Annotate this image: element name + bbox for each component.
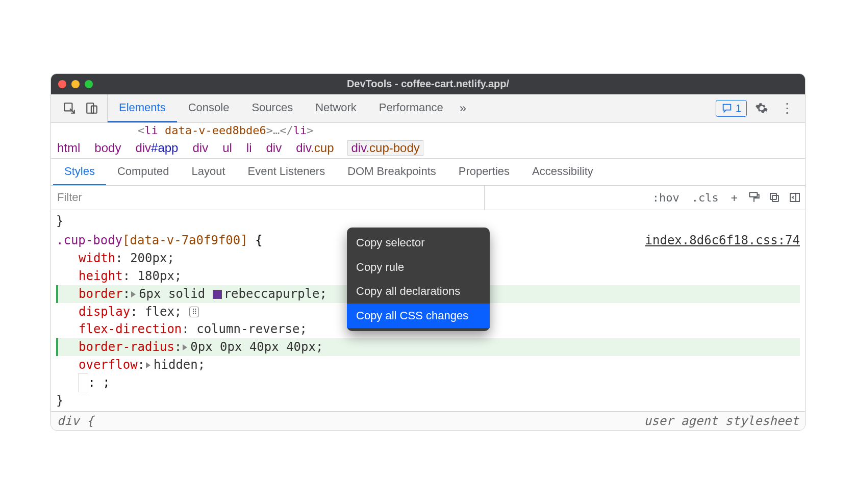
dom-ellipsis: …: [273, 124, 280, 137]
styles-subtabs: Styles Computed Layout Event Listeners D…: [51, 159, 805, 186]
main-toolbar: Elements Console Sources Network Perform…: [51, 94, 805, 123]
rule-source-link[interactable]: index.8d6c6f18.css:74: [645, 232, 800, 249]
flex-badge-icon[interactable]: ⠿: [189, 307, 199, 318]
copy-icon[interactable]: [764, 186, 785, 210]
issues-button[interactable]: 1: [716, 100, 747, 117]
context-menu: Copy selector Copy rule Copy all declara…: [347, 228, 490, 332]
subtab-layout[interactable]: Layout: [180, 159, 236, 185]
tab-network[interactable]: Network: [304, 94, 368, 122]
expand-icon[interactable]: [131, 291, 136, 297]
crumb-cup[interactable]: div.cup: [296, 141, 334, 155]
cm-copy-rule[interactable]: Copy rule: [347, 255, 490, 280]
decl-border-radius[interactable]: border-radius:0px 0px 40px 40px;: [56, 338, 800, 356]
styles-pane: } .cup-body[data-v-7a0f9f00] { index.8d6…: [51, 210, 805, 412]
device-toolbar-icon[interactable]: [82, 98, 102, 118]
expand-icon[interactable]: [146, 362, 150, 368]
subtab-event-listeners[interactable]: Event Listeners: [237, 159, 337, 185]
inspect-element-icon[interactable]: [59, 98, 80, 118]
crumb-app[interactable]: div#app: [135, 141, 178, 155]
settings-icon[interactable]: [751, 102, 772, 115]
rule-close-brace: }: [56, 392, 800, 410]
subtab-properties[interactable]: Properties: [447, 159, 521, 185]
svg-rect-3: [749, 192, 757, 197]
svg-rect-5: [770, 193, 776, 199]
styles-toolbar: :hov .cls +: [51, 186, 805, 210]
cm-copy-all-css-changes[interactable]: Copy all CSS changes: [347, 304, 490, 328]
devtools-window: DevTools - coffee-cart.netlify.app/ Elem…: [51, 73, 805, 431]
crumb-div[interactable]: div: [192, 141, 208, 155]
ua-selector[interactable]: div {: [57, 414, 94, 428]
tab-elements[interactable]: Elements: [108, 94, 177, 122]
crumb-li[interactable]: li: [246, 141, 252, 155]
crumb-html[interactable]: html: [57, 141, 80, 155]
new-style-rule-button[interactable]: +: [725, 186, 744, 210]
main-tabs: Elements Console Sources Network Perform…: [108, 94, 455, 122]
rule-selector[interactable]: .cup-body[data-v-7a0f9f00] {: [56, 232, 263, 249]
hov-toggle-button[interactable]: :hov: [646, 186, 686, 210]
issues-count: 1: [736, 103, 741, 114]
ua-label: user agent stylesheet: [644, 414, 799, 428]
subtab-styles[interactable]: Styles: [53, 159, 106, 185]
subtab-dom-breakpoints[interactable]: DOM Breakpoints: [336, 159, 447, 185]
tab-sources[interactable]: Sources: [240, 94, 304, 122]
new-declaration-input[interactable]: : ;: [56, 374, 800, 392]
svg-rect-2: [91, 106, 97, 113]
subtab-accessibility[interactable]: Accessibility: [521, 159, 605, 185]
toggle-sidebar-icon[interactable]: [785, 186, 805, 210]
cm-copy-selector[interactable]: Copy selector: [347, 231, 490, 255]
svg-rect-4: [772, 195, 778, 201]
dom-tree-snippet[interactable]: <li data-v-eed8bde6>…</li>: [51, 123, 805, 138]
subtab-computed[interactable]: Computed: [106, 159, 181, 185]
crumb-body[interactable]: body: [94, 141, 121, 155]
expand-icon[interactable]: [183, 344, 187, 350]
kebab-menu-icon[interactable]: ⋮: [776, 100, 798, 116]
more-tabs-chevron-icon[interactable]: »: [455, 101, 471, 115]
crumb-ul[interactable]: ul: [222, 141, 232, 155]
svg-rect-1: [87, 103, 93, 113]
user-agent-stylesheet-rule: div { user agent stylesheet: [51, 411, 805, 430]
titlebar: DevTools - coffee-cart.netlify.app/: [51, 74, 805, 94]
decl-overflow[interactable]: overflow:hidden;: [56, 356, 800, 374]
color-swatch-icon[interactable]: [213, 290, 222, 299]
crumb-div2[interactable]: div: [266, 141, 282, 155]
cls-toggle-button[interactable]: .cls: [686, 186, 725, 210]
dom-breadcrumbs: html body div#app div ul li div div.cup …: [51, 138, 805, 159]
tab-console[interactable]: Console: [177, 94, 241, 122]
tab-performance[interactable]: Performance: [368, 94, 455, 122]
cm-copy-all-declarations[interactable]: Copy all declarations: [347, 279, 490, 304]
paint-icon[interactable]: [744, 186, 764, 210]
crumb-cup-body[interactable]: div.cup-body: [348, 141, 422, 155]
styles-filter-input[interactable]: [51, 186, 484, 210]
window-title: DevTools - coffee-cart.netlify.app/: [51, 78, 805, 90]
